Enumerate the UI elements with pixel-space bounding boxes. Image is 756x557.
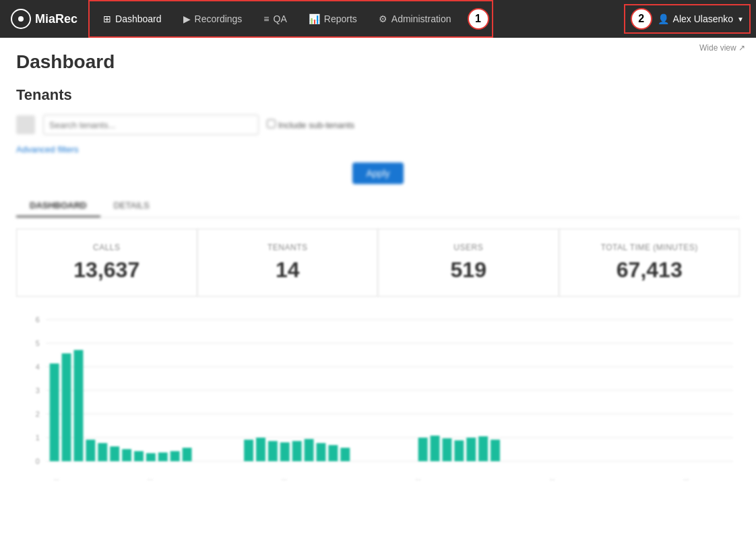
stat-card-calls: CALLS 13,637 — [16, 229, 197, 297]
user-menu-button[interactable]: 👤 Alex Ulasenko ▼ — [658, 13, 744, 24]
tab-details[interactable]: DETAILS — [100, 195, 163, 217]
svg-rect-38 — [454, 440, 464, 461]
stat-label-total-time: TOTAL TIME (MINUTES) — [573, 243, 726, 252]
stat-value-tenants: 14 — [212, 258, 365, 283]
nav-item-dashboard[interactable]: ⊞ Dashboard — [92, 1, 172, 36]
svg-text:...: ... — [683, 474, 689, 481]
svg-text:...: ... — [549, 474, 555, 481]
svg-rect-21 — [134, 451, 144, 461]
svg-rect-22 — [146, 453, 156, 461]
nav-item-reports[interactable]: 📊 Reports — [298, 1, 368, 36]
stat-value-users: 519 — [392, 258, 545, 283]
svg-rect-35 — [418, 438, 428, 461]
svg-rect-18 — [98, 443, 107, 461]
svg-rect-31 — [305, 439, 314, 461]
svg-rect-32 — [317, 443, 326, 461]
filter-bar: Include sub-tenants — [16, 115, 740, 135]
reports-icon: 📊 — [309, 13, 320, 24]
stats-row: CALLS 13,637 TENANTS 14 USERS 519 TOTAL … — [16, 229, 740, 297]
svg-text:...: ... — [148, 474, 153, 481]
svg-rect-24 — [170, 451, 180, 461]
brand-name: MiaRec — [35, 12, 77, 26]
svg-rect-33 — [328, 445, 338, 461]
user-icon: 👤 — [658, 13, 669, 24]
recordings-icon: ▶ — [183, 13, 191, 24]
stat-card-total-time: TOTAL TIME (MINUTES) 67,413 — [559, 229, 741, 297]
wide-view-link[interactable]: Wide view ↗ — [699, 43, 745, 53]
svg-rect-17 — [86, 440, 95, 461]
chevron-down-icon: ▼ — [737, 16, 744, 23]
apply-button[interactable]: Apply — [352, 163, 403, 184]
svg-text:0: 0 — [36, 457, 40, 465]
svg-rect-41 — [491, 440, 500, 461]
stat-label-calls: CALLS — [30, 243, 183, 252]
svg-rect-26 — [244, 440, 253, 461]
navbar: MiaRec ⊞ Dashboard ▶ Recordings ≡ QA 📊 R… — [0, 0, 756, 38]
chart-area: 6 5 4 3 2 1 0 — [16, 313, 740, 488]
nav-item-administration[interactable]: ⚙ Administration — [368, 1, 462, 36]
advanced-filters-link[interactable]: Advanced filters — [16, 144, 79, 154]
filter-checkbox-label: Include sub-tenants — [267, 119, 354, 130]
svg-text:1: 1 — [36, 434, 40, 442]
main-content: Wide view ↗ Dashboard Tenants Include su… — [0, 38, 756, 557]
stat-label-tenants: TENANTS — [212, 243, 365, 252]
include-subtenants-checkbox[interactable] — [267, 119, 276, 128]
qa-icon: ≡ — [263, 13, 269, 24]
filter-icon — [16, 115, 35, 134]
svg-text:4: 4 — [36, 363, 40, 371]
svg-rect-14 — [50, 363, 59, 461]
svg-rect-36 — [431, 436, 440, 461]
user-group-badge: 2 — [631, 8, 652, 30]
svg-rect-20 — [122, 449, 131, 461]
svg-text:...: ... — [54, 474, 59, 481]
svg-rect-29 — [280, 442, 290, 461]
svg-text:6: 6 — [36, 316, 40, 324]
brand-logo-icon — [11, 9, 31, 29]
user-group: 2 👤 Alex Ulasenko ▼ — [624, 4, 751, 34]
svg-rect-28 — [268, 441, 278, 461]
svg-text:...: ... — [282, 474, 287, 481]
tab-dashboard[interactable]: DASHBOARD — [16, 195, 100, 217]
stat-card-users: USERS 519 — [378, 229, 559, 297]
svg-rect-19 — [110, 446, 119, 461]
svg-text:...: ... — [416, 474, 421, 481]
section-title-tenants: Tenants — [16, 86, 740, 104]
svg-rect-15 — [62, 353, 71, 461]
stat-value-total-time: 67,413 — [573, 258, 726, 283]
nav-group-badge: 1 — [468, 8, 489, 30]
svg-text:2: 2 — [36, 410, 40, 418]
tabs-row: DASHBOARD DETAILS — [16, 195, 740, 218]
svg-text:3: 3 — [36, 386, 40, 394]
stat-card-tenants: TENANTS 14 — [197, 229, 379, 297]
svg-rect-39 — [466, 438, 476, 461]
bar-chart: 6 5 4 3 2 1 0 — [16, 313, 740, 488]
svg-rect-16 — [74, 350, 84, 461]
svg-rect-25 — [183, 448, 192, 461]
svg-rect-23 — [158, 452, 168, 461]
stat-value-calls: 13,637 — [30, 258, 183, 283]
svg-rect-30 — [292, 441, 302, 461]
brand: MiaRec — [0, 9, 88, 29]
page-title: Dashboard — [16, 51, 740, 73]
svg-rect-37 — [442, 438, 451, 461]
svg-rect-40 — [478, 436, 488, 461]
search-input[interactable] — [43, 115, 259, 135]
svg-rect-27 — [256, 438, 265, 461]
stat-label-users: USERS — [392, 243, 545, 252]
main-nav-group: ⊞ Dashboard ▶ Recordings ≡ QA 📊 Reports … — [88, 0, 493, 38]
svg-rect-34 — [340, 448, 350, 461]
nav-item-qa[interactable]: ≡ QA — [253, 1, 297, 36]
dashboard-icon: ⊞ — [103, 13, 111, 24]
administration-icon: ⚙ — [379, 13, 387, 24]
nav-item-recordings[interactable]: ▶ Recordings — [172, 1, 253, 36]
svg-text:5: 5 — [36, 339, 40, 347]
